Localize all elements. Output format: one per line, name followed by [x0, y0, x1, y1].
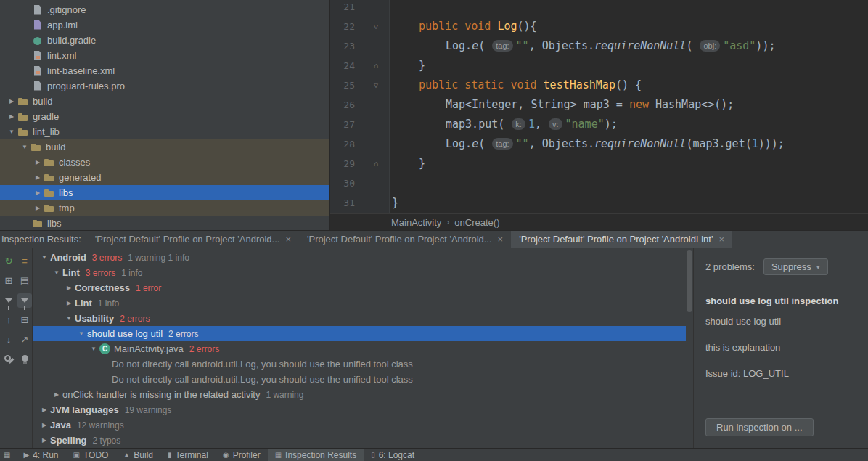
code-line[interactable]: 28Log.e( tag:"", Objects.requireNonNull(…: [330, 134, 868, 154]
chevron-down-icon[interactable]: ▼: [6, 124, 17, 139]
rerun-inspection-icon[interactable]: ↻: [1, 254, 16, 269]
fold-end-icon[interactable]: ⌂: [355, 56, 389, 76]
edit-settings-icon[interactable]: [1, 352, 16, 367]
code-line[interactable]: 21: [330, 0, 868, 17]
code-line[interactable]: 23Log.e( tag:"", Objects.requireNonNull(…: [330, 36, 868, 56]
gutter[interactable]: 23: [330, 36, 390, 56]
project-tree-item[interactable]: libs: [0, 216, 329, 230]
inspection-tree-item[interactable]: ▼Usability2 errors: [33, 311, 686, 326]
toolwindow-button-todo[interactable]: ▣TODO: [66, 449, 116, 461]
inspection-tree-item[interactable]: ▶onClick handler is missing in the relat…: [33, 387, 686, 402]
toolwindow-button-logcat[interactable]: ▯6: Logcat: [364, 449, 422, 461]
code-editor[interactable]: 2122▽public void Log(){23Log.e( tag:"", …: [330, 0, 868, 213]
chevron-down-icon[interactable]: ▼: [63, 311, 75, 326]
code-line[interactable]: 31}: [330, 193, 868, 213]
gutter[interactable]: 28: [330, 134, 390, 154]
inspection-tree-item[interactable]: ▼Android3 errors1 warning 1 info: [33, 250, 686, 265]
project-tree-item[interactable]: app.iml: [0, 17, 329, 33]
gutter[interactable]: 21: [330, 0, 390, 17]
fold-start-icon[interactable]: ▽: [355, 76, 389, 95]
filter-icon[interactable]: [17, 293, 32, 308]
toolwindow-button-terminal[interactable]: ▮Terminal: [160, 449, 216, 461]
project-tree-item[interactable]: ▶build: [0, 94, 329, 109]
code-line[interactable]: 26Map<Integer, String> map3 = new HashMa…: [330, 95, 868, 115]
breadcrumb-item-method[interactable]: onCreate(): [454, 217, 499, 228]
project-tree-item[interactable]: ▶tmp: [0, 200, 329, 216]
expand-all-icon[interactable]: ⊞: [1, 274, 16, 288]
gutter[interactable]: 27: [330, 115, 390, 134]
gutter[interactable]: 24⌂: [330, 56, 390, 76]
project-tree-item[interactable]: lint-baseline.xml: [0, 63, 329, 78]
chevron-right-icon[interactable]: ▶: [38, 433, 50, 448]
inspection-profile-tab[interactable]: 'Project Default' Profile on Project 'An…: [511, 231, 732, 248]
inspection-tree-item[interactable]: ▶JVM languages19 warnings: [33, 402, 686, 417]
project-tree-item[interactable]: lint.xml: [0, 48, 329, 63]
project-tree-item[interactable]: ▼build: [0, 139, 329, 155]
chevron-down-icon[interactable]: ▼: [88, 341, 99, 356]
inspection-tree-item[interactable]: ▼should use log util2 errors: [33, 326, 686, 341]
export-icon[interactable]: ↗: [17, 333, 32, 347]
chevron-down-icon[interactable]: ▼: [19, 139, 30, 155]
project-tree-item[interactable]: ▶classes: [0, 155, 329, 170]
run-inspection-button[interactable]: Run inspection on ...: [705, 418, 814, 436]
gutter[interactable]: 26: [330, 95, 390, 115]
toolwindow-stripe-icon[interactable]: ▦: [0, 451, 16, 459]
inspection-tree-item[interactable]: ▶Lint1 info: [33, 295, 686, 311]
quick-fix-icon[interactable]: [17, 352, 32, 367]
inspection-tree-item[interactable]: ▶Spelling2 typos: [33, 433, 686, 448]
close-icon[interactable]: ×: [718, 234, 724, 244]
inspection-tree-item[interactable]: ▼MainActivity.java2 errors: [33, 341, 686, 356]
chevron-right-icon[interactable]: ▶: [51, 387, 62, 402]
chevron-right-icon[interactable]: ▶: [38, 402, 50, 417]
chevron-right-icon[interactable]: ▶: [6, 109, 17, 124]
fold-start-icon[interactable]: ▽: [355, 17, 389, 36]
next-problem-icon[interactable]: ↓: [1, 333, 16, 347]
gutter[interactable]: 29⌂: [330, 154, 390, 174]
project-tree-item[interactable]: ▶libs: [0, 185, 329, 200]
inspection-tree-item[interactable]: Do not directly call android.util.Log, y…: [33, 372, 686, 387]
inspection-tree-item[interactable]: ▼Lint3 errors1 info: [33, 265, 686, 280]
gutter[interactable]: 31: [330, 193, 390, 213]
project-tree-item[interactable]: ▶generated: [0, 170, 329, 185]
project-tree-item[interactable]: .gitignore: [0, 2, 329, 17]
preview-icon[interactable]: ▤: [17, 274, 32, 288]
previous-problem-icon[interactable]: ↑: [1, 313, 16, 327]
profile-settings-icon[interactable]: ≡: [17, 254, 32, 269]
close-icon[interactable]: ×: [498, 234, 504, 244]
chevron-down-icon[interactable]: ▼: [75, 326, 87, 341]
chevron-right-icon[interactable]: ▶: [6, 94, 17, 109]
breadcrumb-item-class[interactable]: MainActivity: [391, 217, 441, 228]
inspection-tree-item[interactable]: ▶Correctness1 error: [33, 280, 686, 295]
project-tree-item[interactable]: ▶gradle: [0, 109, 329, 124]
suppress-button[interactable]: Suppress ▾: [763, 258, 828, 275]
gutter[interactable]: 25▽: [330, 76, 390, 95]
inspection-profile-tab[interactable]: 'Project Default' Profile on Project 'An…: [87, 231, 299, 248]
code-line[interactable]: 24⌂}: [330, 56, 868, 76]
close-icon[interactable]: ×: [285, 234, 291, 244]
toolwindow-button-run[interactable]: ▶4: Run: [16, 449, 65, 461]
chevron-right-icon[interactable]: ▶: [32, 170, 44, 185]
chevron-right-icon[interactable]: ▶: [32, 155, 44, 170]
project-tree-item[interactable]: build.gradle: [0, 33, 329, 48]
inspection-tree-item[interactable]: ▶Java12 warnings: [33, 417, 686, 433]
project-tree-item[interactable]: ▼lint_lib: [0, 124, 329, 139]
code-line[interactable]: 22▽public void Log(){: [330, 17, 868, 36]
code-line[interactable]: 29⌂}: [330, 154, 868, 174]
fold-end-icon[interactable]: ⌂: [355, 154, 389, 174]
code-line[interactable]: 30: [330, 174, 868, 193]
chevron-right-icon[interactable]: ▶: [63, 280, 75, 295]
chevron-right-icon[interactable]: ▶: [32, 185, 44, 200]
code-line[interactable]: 25▽public static void testHashMap() {: [330, 76, 868, 95]
project-tree-item[interactable]: proguard-rules.pro: [0, 78, 329, 94]
chevron-right-icon[interactable]: ▶: [38, 417, 50, 433]
scrollbar-thumb[interactable]: [687, 250, 692, 312]
chevron-right-icon[interactable]: ▶: [63, 295, 75, 311]
toolwindow-button-profiler[interactable]: ◉Profiler: [216, 449, 268, 461]
collapse-all-icon[interactable]: ⊟: [17, 313, 32, 327]
gutter[interactable]: 30: [330, 174, 390, 193]
chevron-down-icon[interactable]: ▼: [38, 250, 50, 265]
toolwindow-button-inspection-results[interactable]: ▦Inspection Results: [268, 449, 364, 461]
toolwindow-button-build[interactable]: ▲Build: [115, 449, 160, 461]
inspection-tree-item[interactable]: Do not directly call android.util.Log, y…: [33, 356, 686, 372]
code-line[interactable]: 27map3.put( k:1, v:"name");: [330, 115, 868, 134]
